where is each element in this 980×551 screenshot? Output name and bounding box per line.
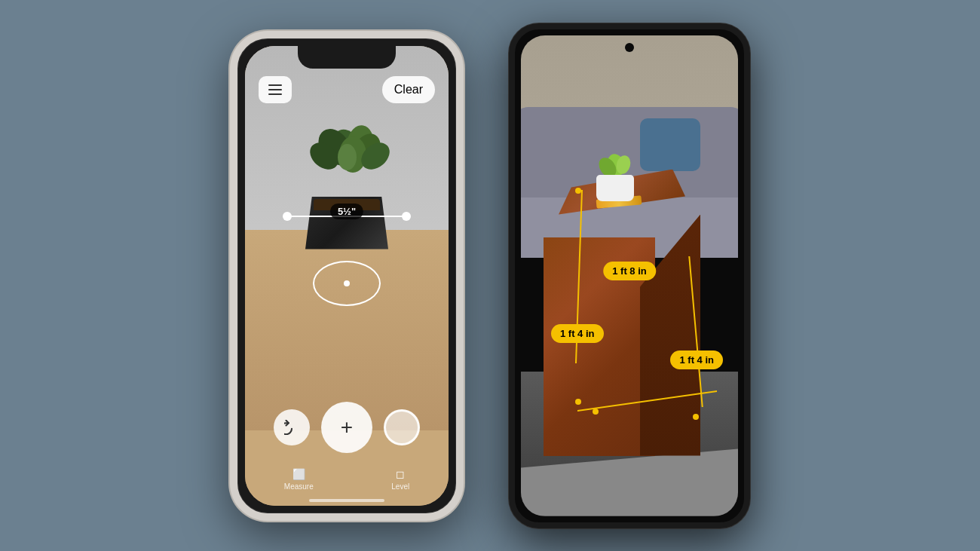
- phone2-screen: 1 ft 8 in 1 ft 4 in 1 ft 4 in: [521, 35, 738, 516]
- phone2-frame: 1 ft 8 in 1 ft 4 in 1 ft 4 in: [509, 23, 750, 528]
- phone1-wrapper: 5½" Clear: [230, 31, 464, 521]
- shutter-button[interactable]: [384, 409, 420, 445]
- scene-table: [245, 230, 449, 430]
- phones-container: 5½" Clear: [0, 0, 980, 551]
- volume-down-button: [234, 206, 237, 247]
- phone1-tabs: ⬜ Measure ◻ Level: [245, 468, 449, 491]
- measure-dot-right: [402, 212, 411, 221]
- tab-level-label: Level: [391, 482, 409, 491]
- measure-label: 5½": [330, 204, 363, 219]
- phone1-frame: 5½" Clear: [230, 31, 464, 521]
- undo-button[interactable]: [274, 409, 310, 445]
- measure-corner-dot-top-left: [575, 188, 581, 194]
- volume-up-button: [234, 155, 237, 197]
- phone2-pot: [596, 175, 634, 201]
- tab-level[interactable]: ◻ Level: [391, 468, 409, 491]
- measure-badge-width-left: 1 ft 4 in: [551, 324, 604, 343]
- power-button: [456, 136, 459, 182]
- measure-badge-height: 1 ft 8 in: [603, 262, 656, 280]
- plant-container: [286, 121, 407, 249]
- tab-measure[interactable]: ⬜ Measure: [284, 468, 314, 491]
- level-icon: ◻: [396, 468, 405, 480]
- measure-corner-dot-bottom-left: [575, 399, 581, 405]
- phone1-notch: [298, 46, 396, 69]
- h-line: [268, 89, 282, 90]
- phone1-bottom-controls: +: [245, 402, 449, 453]
- measure-corner-dot-bottom-mid: [593, 409, 599, 415]
- phone1-top-controls: Clear: [245, 76, 449, 103]
- ar-center-dot: [344, 280, 350, 286]
- leaf-center: [338, 144, 357, 170]
- h-line: [268, 84, 282, 86]
- home-indicator: [309, 499, 384, 502]
- phone1-screen: 5½" Clear: [245, 46, 449, 506]
- phone2-plant-leaves: [593, 139, 638, 180]
- phone2-wrapper: 1 ft 8 in 1 ft 4 in 1 ft 4 in: [509, 23, 750, 528]
- measure-dot-left: [283, 212, 292, 221]
- h-line: [268, 93, 282, 95]
- measure-corner-dot-bottom-right: [693, 414, 699, 420]
- measure-badge-width-right: 1 ft 4 in: [670, 350, 723, 369]
- phone2-plant: [589, 141, 642, 201]
- clear-button[interactable]: Clear: [382, 76, 435, 103]
- phone2-camera-scene: 1 ft 8 in 1 ft 4 in 1 ft 4 in: [521, 35, 738, 516]
- add-button[interactable]: +: [321, 402, 372, 453]
- ar-crosshair: [313, 261, 381, 306]
- plant-leaves: [298, 121, 396, 197]
- hamburger-icon: [268, 84, 282, 95]
- menu-button[interactable]: [259, 76, 292, 103]
- measure-icon: ⬜: [292, 468, 305, 480]
- tab-measure-label: Measure: [284, 482, 314, 491]
- sofa-pillow: [640, 118, 700, 171]
- wood-table: [544, 170, 700, 456]
- measure-line: 5½": [286, 216, 407, 217]
- silent-button: [234, 121, 237, 145]
- phone2-camera-hole: [625, 43, 634, 52]
